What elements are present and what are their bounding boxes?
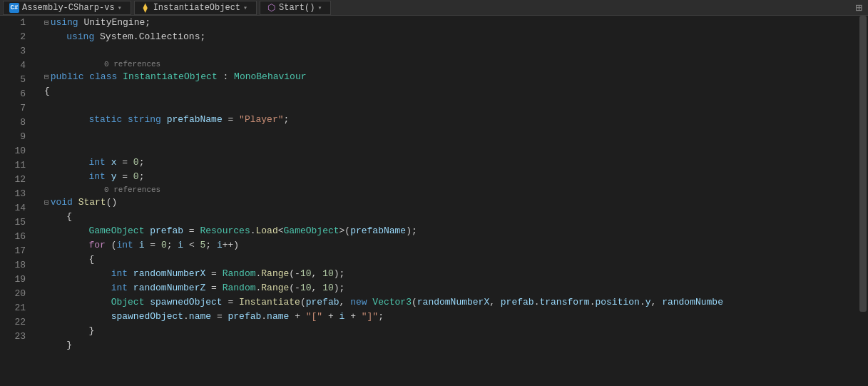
code-line-8: [39, 127, 858, 141]
token-num: 0: [161, 238, 167, 253]
token-kw2: for: [88, 238, 105, 253]
token-prop: randomNumberX: [417, 295, 489, 310]
token-kw: int: [88, 170, 105, 184]
token-prop: i: [178, 238, 183, 253]
token-plain: .: [255, 281, 261, 295]
token-str: "[": [306, 310, 322, 324]
code-line-11: int y = 0;: [39, 170, 858, 184]
line-number-19: 19: [0, 273, 29, 287]
token-method: Range: [261, 267, 289, 281]
class-dropdown-icon[interactable]: ▾: [243, 4, 250, 12]
line-number-15: 15: [0, 215, 29, 230]
token-kw: new: [350, 295, 367, 310]
token-kw: int: [111, 281, 128, 295]
class-name: InstantiateObject: [153, 3, 240, 13]
token-plain: (-: [289, 267, 300, 281]
token-plain: [144, 295, 150, 310]
line-number-10: 10: [0, 144, 29, 158]
code-line-13: {: [39, 210, 858, 224]
token-method: Instantiate: [239, 295, 300, 310]
vertical-scrollbar-track[interactable]: [858, 16, 868, 386]
token-plain: [44, 113, 88, 127]
line-number-9: 9: [0, 130, 29, 144]
token-plain: .: [590, 295, 596, 310]
token-plain: =: [211, 310, 228, 324]
token-kw: static: [88, 113, 122, 127]
file-tab[interactable]: C# Assembly-CSharp-vs ▾: [3, 1, 131, 15]
token-prop: name: [267, 310, 289, 324]
token-str: "Player": [239, 113, 283, 127]
token-prop: randomNumberX: [133, 267, 205, 281]
method-icon: ⬡: [266, 3, 276, 13]
vertical-scrollbar-thumb[interactable]: [859, 16, 867, 312]
code-line-15: for (int i = 0; i < 5; i++): [39, 238, 858, 253]
fold-icon[interactable]: ⊟: [44, 195, 49, 210]
code-line-3: [39, 44, 858, 59]
token-kw: public: [51, 70, 84, 84]
token-prop: y: [111, 170, 117, 184]
token-plain: (: [412, 295, 417, 310]
method-tab[interactable]: ⬡ Start() ▾: [260, 1, 331, 15]
token-plain: System.Collections;: [94, 30, 205, 44]
split-editor-icon[interactable]: ⊞: [855, 1, 862, 15]
line-number-11: 11: [0, 158, 29, 173]
token-type: Resources: [200, 224, 250, 238]
token-plain: =: [223, 113, 239, 127]
token-plain: .: [183, 310, 189, 324]
token-plain: [44, 156, 88, 170]
code-line-21: }: [39, 324, 858, 338]
token-kw: string: [128, 113, 161, 127]
line-number-18: 18: [0, 258, 29, 273]
line-numbers-gutter: 1234567891011121314151617181920212223: [0, 16, 34, 386]
line-number-20: 20: [0, 287, 29, 301]
line-number-4: 4: [0, 59, 29, 73]
line-number-7: 7: [0, 101, 29, 116]
token-prop: prefab: [306, 295, 339, 310]
line-number-22: 22: [0, 315, 29, 330]
code-line-5: {: [39, 84, 858, 98]
token-num: 10: [300, 267, 312, 281]
token-plain: [128, 281, 133, 295]
file-dropdown-icon[interactable]: ▾: [118, 4, 125, 12]
token-prop: i: [339, 310, 345, 324]
line-number-3: 3: [0, 44, 29, 59]
token-plain: [122, 113, 128, 127]
code-line-10: int x = 0;: [39, 156, 858, 170]
token-prop: i: [139, 238, 145, 253]
token-type: Random: [223, 267, 256, 281]
class-tab[interactable]: ⧫ InstantiateObject ▾: [134, 1, 257, 15]
token-type: Random: [223, 281, 256, 295]
line-number-12: 12: [0, 173, 29, 187]
token-plain: (): [106, 195, 118, 210]
token-plain: <: [183, 238, 200, 253]
token-plain: [44, 310, 111, 324]
line-number-16: 16: [0, 230, 29, 244]
token-num: 0: [133, 170, 139, 184]
ref-count-label: 0 references: [44, 59, 160, 70]
cs-file-icon: C#: [9, 3, 19, 13]
token-plain: );: [406, 224, 417, 238]
token-plain: ;: [205, 238, 217, 253]
code-editor[interactable]: ⊟using UnityEngine; using System.Collect…: [39, 16, 858, 386]
token-kw: class: [89, 70, 117, 84]
token-num: 0: [133, 156, 139, 170]
token-plain: .: [640, 295, 645, 310]
fold-icon[interactable]: ⊟: [44, 70, 49, 84]
ref-line-4: 0 references: [39, 59, 858, 70]
token-plain: ;: [139, 156, 145, 170]
token-str: "]": [362, 310, 378, 324]
token-kw: using: [66, 30, 94, 44]
method-dropdown-icon[interactable]: ▾: [317, 4, 325, 12]
fold-icon[interactable]: ⊟: [44, 16, 49, 30]
token-plain: [367, 295, 373, 310]
token-plain: {: [44, 253, 94, 267]
code-line-14: GameObject prefab = Resources.Load<GameO…: [39, 224, 858, 238]
token-plain: ;: [139, 170, 145, 184]
token-plain: ,: [339, 295, 351, 310]
token-plain: (: [300, 295, 306, 310]
token-type: Object: [111, 295, 145, 310]
code-line-1: ⊟using UnityEngine;: [39, 16, 858, 30]
token-type: InstantiateObject: [123, 70, 218, 84]
token-type: Vector3: [372, 295, 412, 310]
token-prop: transform: [539, 295, 589, 310]
